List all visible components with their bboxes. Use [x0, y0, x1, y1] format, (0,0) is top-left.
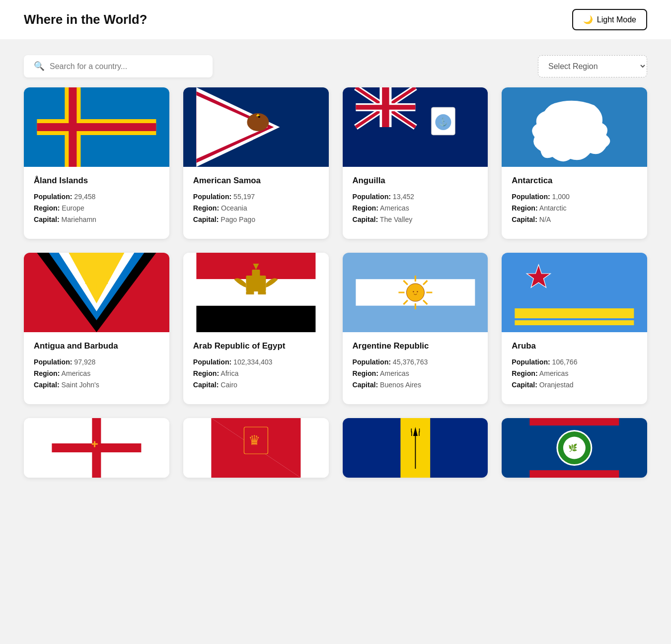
app-title: Where in the World?	[24, 12, 147, 27]
card-capital: Capital: Oranjestad	[512, 381, 637, 389]
card-title: Anguilla	[353, 176, 478, 186]
flag-barbados	[343, 418, 488, 478]
card-title: Arab Republic of Egypt	[193, 341, 319, 351]
card-body-aruba: Aruba Population: 106,766 Region: Americ…	[502, 332, 647, 404]
flag-aruba	[502, 253, 647, 332]
controls-bar: 🔍 Select Region Africa Americas Asia Eur…	[0, 39, 671, 87]
flag-egypt	[183, 253, 329, 332]
card-capital: Capital: The Valley	[353, 215, 478, 223]
countries-grid: Åland Islands Population: 29,458 Region:…	[0, 87, 671, 498]
search-icon: 🔍	[34, 61, 45, 72]
svg-rect-43	[196, 306, 315, 332]
svg-rect-66	[515, 308, 634, 318]
card-body-anguilla: Anguilla Population: 13,452 Region: Amer…	[343, 167, 488, 239]
search-input[interactable]	[50, 62, 203, 71]
flag-anguilla: ⚓	[343, 87, 488, 167]
svg-rect-74	[92, 443, 98, 445]
card-body-antigua: Antigua and Barbuda Population: 97,928 R…	[24, 332, 169, 404]
card-body-egypt: Arab Republic of Egypt Population: 102,3…	[183, 332, 329, 404]
card-capital: Capital: Buenos Aires	[353, 381, 478, 389]
flag-belize: 🌿	[502, 418, 647, 478]
card-body-antarctica: Antarctica Population: 1,000 Region: Ant…	[502, 167, 647, 239]
card-argentina[interactable]: Argentine Republic Population: 45,376,76…	[343, 253, 488, 404]
flag-jersey: ♛	[183, 418, 329, 478]
card-title: Antarctica	[512, 176, 637, 186]
svg-rect-49	[356, 253, 475, 279]
card-egypt[interactable]: Arab Republic of Egypt Population: 102,3…	[183, 253, 329, 404]
card-region: Region: Americas	[512, 369, 637, 377]
card-population: Population: 45,376,763	[353, 358, 478, 366]
card-guernsey[interactable]	[24, 418, 169, 478]
light-mode-button[interactable]: 🌙 Light Mode	[572, 9, 647, 30]
svg-rect-83	[415, 434, 416, 469]
svg-rect-22	[382, 87, 389, 127]
card-title: Aruba	[512, 341, 637, 351]
card-body-asamoa: American Samoa Population: 55,197 Region…	[183, 167, 329, 239]
svg-point-63	[413, 291, 414, 292]
card-belize[interactable]: 🌿	[502, 418, 647, 478]
card-body-aland: Åland Islands Population: 29,458 Region:…	[24, 167, 169, 239]
card-body-argentina: Argentine Republic Population: 45,376,76…	[343, 332, 488, 404]
card-population: Population: 55,197	[193, 193, 319, 201]
svg-point-32	[87, 264, 105, 282]
card-region: Region: Africa	[193, 369, 319, 377]
svg-rect-67	[515, 320, 634, 325]
svg-rect-90	[530, 418, 619, 426]
moon-icon: 🌙	[583, 15, 593, 24]
card-capital: Capital: Saint John's	[34, 381, 159, 389]
light-mode-label: Light Mode	[597, 15, 636, 24]
card-population: Population: 102,334,403	[193, 358, 319, 366]
svg-rect-47	[246, 291, 254, 294]
card-population: Population: 1,000	[512, 193, 637, 201]
search-wrapper: 🔍	[24, 55, 213, 77]
svg-rect-51	[356, 306, 475, 332]
flag-asamoa	[183, 87, 329, 167]
card-population: Population: 13,452	[353, 193, 478, 201]
svg-rect-82	[430, 418, 460, 478]
card-region: Region: Europe	[34, 204, 159, 212]
flag-antigua	[24, 253, 169, 332]
card-capital: Capital: Pago Pago	[193, 215, 319, 223]
card-population: Population: 29,458	[34, 193, 159, 201]
svg-point-12	[258, 116, 260, 118]
card-aruba[interactable]: Aruba Population: 106,766 Region: Americ…	[502, 253, 647, 404]
card-title: American Samoa	[193, 176, 319, 186]
card-region: Region: Americas	[353, 204, 478, 212]
card-antarctica[interactable]: Antarctica Population: 1,000 Region: Ant…	[502, 87, 647, 239]
svg-text:♛: ♛	[248, 433, 260, 448]
card-capital: Capital: Cairo	[193, 381, 319, 389]
card-aland[interactable]: Åland Islands Population: 29,458 Region:…	[24, 87, 169, 239]
svg-rect-72	[94, 418, 99, 478]
card-capital: Capital: Mariehamn	[34, 215, 159, 223]
card-capital: Capital: N/A	[512, 215, 637, 223]
svg-rect-48	[258, 291, 266, 294]
card-asamoa[interactable]: American Samoa Population: 55,197 Region…	[183, 87, 329, 239]
card-title: Antigua and Barbuda	[34, 341, 159, 351]
svg-point-62	[411, 288, 420, 297]
svg-point-64	[417, 291, 418, 292]
flag-guernsey	[24, 418, 169, 478]
svg-text:🌿: 🌿	[569, 443, 578, 452]
card-population: Population: 97,928	[34, 358, 159, 366]
card-jersey[interactable]: ♛	[183, 418, 329, 478]
card-region: Region: Americas	[353, 369, 478, 377]
svg-rect-80	[371, 418, 400, 478]
card-antigua[interactable]: Antigua and Barbuda Population: 97,928 R…	[24, 253, 169, 404]
region-select[interactable]: Select Region Africa Americas Asia Europ…	[538, 55, 647, 77]
flag-aland	[24, 87, 169, 167]
svg-rect-4	[37, 123, 156, 131]
card-population: Population: 106,766	[512, 358, 637, 366]
flag-antarctica	[502, 87, 647, 167]
svg-rect-44	[246, 276, 266, 291]
flag-argentina	[343, 253, 488, 332]
card-title: Åland Islands	[34, 176, 159, 186]
svg-rect-45	[252, 270, 260, 277]
card-region: Region: Americas	[34, 369, 159, 377]
card-region: Region: Oceania	[193, 204, 319, 212]
card-anguilla[interactable]: ⚓ Anguilla Population: 13,452 Region: Am…	[343, 87, 488, 239]
card-region: Region: Antarctic	[512, 204, 637, 212]
card-barbados[interactable]	[343, 418, 488, 478]
svg-text:⚓: ⚓	[438, 117, 448, 127]
card-title: Argentine Republic	[353, 341, 478, 351]
svg-rect-91	[530, 470, 619, 478]
